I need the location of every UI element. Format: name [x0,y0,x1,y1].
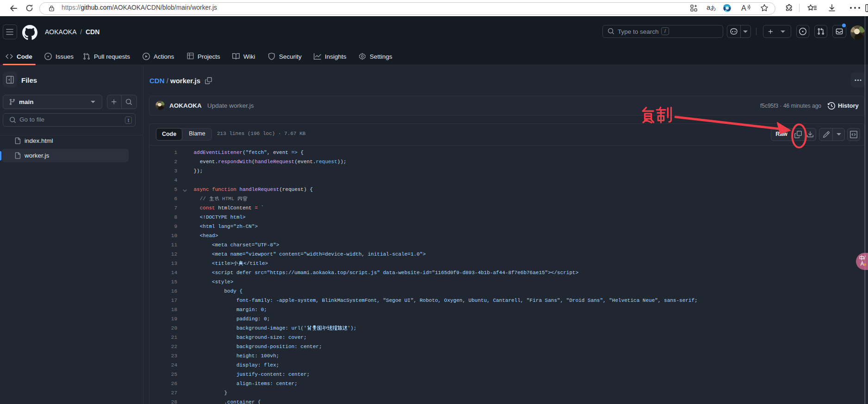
svg-text:A: A [741,4,746,12]
